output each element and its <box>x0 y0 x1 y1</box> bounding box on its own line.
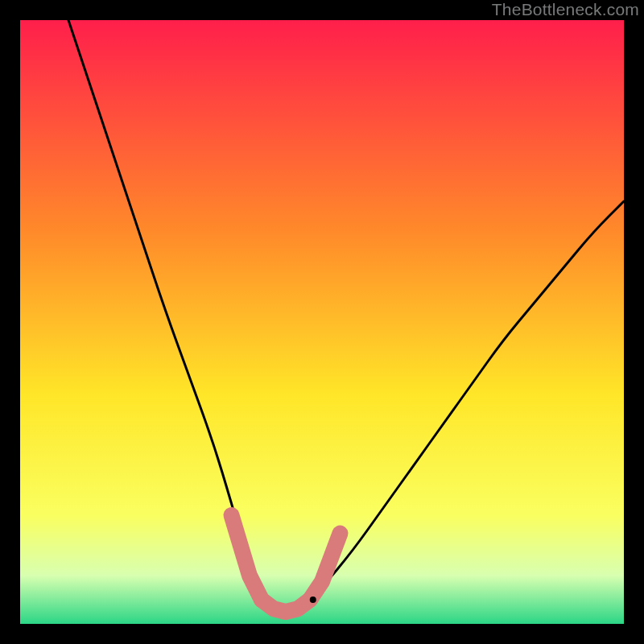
chart-frame <box>20 20 624 624</box>
gradient-background <box>20 20 624 624</box>
bottleneck-chart <box>20 20 624 624</box>
watermark-text: TheBottleneck.com <box>492 0 639 19</box>
valley-dot <box>310 597 316 603</box>
